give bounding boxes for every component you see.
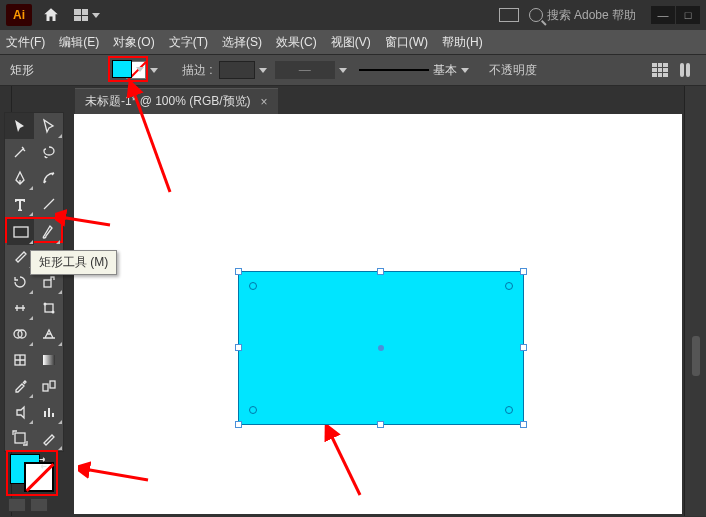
fill-swatch[interactable]: [112, 60, 132, 78]
tooltip-text: 矩形工具 (M): [39, 255, 108, 269]
opacity-label[interactable]: 不透明度: [489, 62, 537, 79]
svg-point-3: [43, 303, 46, 306]
chevron-down-icon[interactable]: [136, 67, 144, 72]
svg-rect-8: [43, 355, 55, 365]
rectangle-shape[interactable]: [238, 271, 524, 425]
lasso-tool[interactable]: [34, 139, 63, 165]
swap-fill-stroke-icon[interactable]: [36, 456, 50, 470]
mesh-tool[interactable]: [5, 347, 34, 373]
corner-radius-handle[interactable]: [505, 282, 513, 290]
chevron-down-icon: [92, 13, 100, 18]
rectangle-tool[interactable]: [7, 219, 34, 245]
home-icon[interactable]: [42, 6, 60, 24]
perspective-grid-tool[interactable]: [34, 321, 63, 347]
shape-type-label: 矩形: [10, 62, 34, 79]
menu-effect[interactable]: 效果(C): [276, 34, 317, 51]
resize-handle[interactable]: [235, 421, 242, 428]
resize-handle[interactable]: [235, 344, 242, 351]
panel-grip-icon[interactable]: [692, 336, 700, 376]
svg-point-4: [51, 311, 54, 314]
menu-window[interactable]: 窗口(W): [385, 34, 428, 51]
window-controls: — □: [650, 6, 700, 24]
brush-preview-icon: [359, 69, 429, 71]
direct-selection-tool[interactable]: [34, 113, 63, 139]
search-icon: [529, 8, 543, 22]
svg-line-13: [133, 90, 170, 192]
slice-tool[interactable]: [34, 425, 63, 451]
blend-tool[interactable]: [34, 373, 63, 399]
annotation-arrow: [125, 82, 185, 202]
workspace-switcher[interactable]: [74, 6, 102, 24]
document-tabs: 未标题-1* @ 100% (RGB/预览) ×: [0, 86, 706, 114]
graphic-styles-icon[interactable]: [680, 63, 696, 77]
stroke-profile-select[interactable]: —: [275, 61, 335, 79]
eyedropper-tool[interactable]: [5, 373, 34, 399]
curvature-tool[interactable]: [34, 165, 63, 191]
control-bar: 矩形 描边 : — 基本 不透明度: [0, 54, 706, 86]
svg-rect-11: [15, 433, 25, 443]
resize-handle[interactable]: [377, 268, 384, 275]
resize-handle[interactable]: [520, 421, 527, 428]
svg-line-14: [84, 469, 148, 480]
svg-rect-2: [45, 304, 53, 312]
svg-rect-1: [44, 280, 51, 287]
search-placeholder: 搜索 Adobe 帮助: [547, 7, 636, 24]
svg-rect-0: [14, 227, 28, 237]
center-point[interactable]: [378, 345, 384, 351]
align-panel-icon[interactable]: [652, 63, 668, 77]
close-tab-icon[interactable]: ×: [261, 95, 268, 109]
selection-tool[interactable]: [5, 113, 34, 139]
free-transform-tool[interactable]: [34, 295, 63, 321]
artboard-tool[interactable]: [5, 425, 34, 451]
chevron-down-icon[interactable]: [150, 68, 158, 73]
toolbox: [4, 112, 64, 452]
menu-select[interactable]: 选择(S): [222, 34, 262, 51]
corner-radius-handle[interactable]: [505, 406, 513, 414]
app-logo: Ai: [6, 4, 32, 26]
resize-handle[interactable]: [235, 268, 242, 275]
annotation-arrow: [55, 205, 115, 235]
menu-object[interactable]: 对象(O): [113, 34, 154, 51]
gradient-tool[interactable]: [34, 347, 63, 373]
fill-stroke-highlight: [6, 450, 58, 496]
svg-rect-10: [50, 381, 55, 388]
pen-tool[interactable]: [5, 165, 34, 191]
draw-mode-button[interactable]: [30, 498, 48, 512]
annotation-arrow: [320, 425, 380, 505]
magic-wand-tool[interactable]: [5, 139, 34, 165]
resize-handle[interactable]: [520, 268, 527, 275]
menu-file[interactable]: 文件(F): [6, 34, 45, 51]
color-mode-button[interactable]: [8, 498, 26, 512]
menu-bar: 文件(F) 编辑(E) 对象(O) 文字(T) 选择(S) 效果(C) 视图(V…: [0, 30, 706, 54]
brush-name: 基本: [433, 62, 457, 79]
menu-edit[interactable]: 编辑(E): [59, 34, 99, 51]
search-input[interactable]: 搜索 Adobe 帮助: [529, 7, 636, 24]
annotation-arrow: [78, 455, 158, 495]
corner-radius-handle[interactable]: [249, 282, 257, 290]
maximize-button[interactable]: □: [676, 6, 700, 24]
menu-help[interactable]: 帮助(H): [442, 34, 483, 51]
svg-line-15: [330, 433, 360, 495]
right-panel-collapsed[interactable]: [684, 86, 706, 516]
arrange-documents-button[interactable]: [499, 8, 519, 22]
svg-line-12: [60, 217, 110, 225]
stroke-label: 描边 :: [182, 62, 213, 79]
menu-view[interactable]: 视图(V): [331, 34, 371, 51]
symbol-sprayer-tool[interactable]: [5, 399, 34, 425]
brush-select[interactable]: 基本: [359, 62, 469, 79]
chevron-down-icon[interactable]: [259, 68, 267, 73]
screen-mode-buttons: [8, 498, 48, 512]
svg-rect-9: [43, 384, 48, 391]
stroke-weight-input[interactable]: [219, 61, 255, 79]
chevron-down-icon: [461, 68, 469, 73]
corner-radius-handle[interactable]: [249, 406, 257, 414]
menu-type[interactable]: 文字(T): [169, 34, 208, 51]
fill-swatch-highlight: [108, 56, 148, 82]
minimize-button[interactable]: —: [651, 6, 675, 24]
width-tool[interactable]: [5, 295, 34, 321]
type-tool[interactable]: [5, 191, 34, 217]
shape-builder-tool[interactable]: [5, 321, 34, 347]
chevron-down-icon[interactable]: [339, 68, 347, 73]
column-graph-tool[interactable]: [34, 399, 63, 425]
resize-handle[interactable]: [520, 344, 527, 351]
